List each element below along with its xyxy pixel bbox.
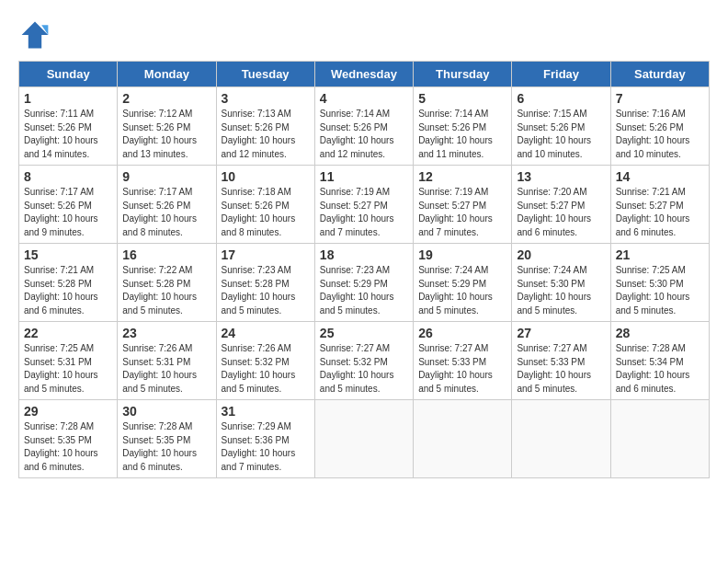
day-info: Sunrise: 7:19 AM Sunset: 5:27 PM Dayligh…	[320, 186, 408, 239]
day-number: 26	[418, 326, 506, 340]
calendar-cell	[512, 400, 610, 478]
day-info: Sunrise: 7:24 AM Sunset: 5:29 PM Dayligh…	[418, 264, 506, 317]
day-info: Sunrise: 7:18 AM Sunset: 5:26 PM Dayligh…	[222, 186, 310, 239]
day-number: 16	[122, 247, 210, 262]
column-header-friday: Friday	[512, 62, 610, 87]
day-number: 11	[320, 169, 408, 184]
column-header-thursday: Thursday	[414, 62, 512, 87]
calendar-cell: 20 Sunrise: 7:24 AM Sunset: 5:30 PM Dayl…	[512, 244, 610, 322]
day-number: 12	[418, 169, 506, 184]
day-number: 21	[616, 247, 704, 262]
calendar-table: SundayMondayTuesdayWednesdayThursdayFrid…	[18, 61, 710, 478]
calendar-cell: 2 Sunrise: 7:12 AM Sunset: 5:26 PM Dayli…	[118, 87, 216, 166]
day-number: 27	[517, 326, 605, 340]
calendar-cell: 25 Sunrise: 7:27 AM Sunset: 5:32 PM Dayl…	[314, 322, 413, 400]
column-header-saturday: Saturday	[610, 62, 709, 87]
calendar-cell: 11 Sunrise: 7:19 AM Sunset: 5:27 PM Dayl…	[314, 166, 413, 244]
day-info: Sunrise: 7:14 AM Sunset: 5:26 PM Dayligh…	[320, 108, 408, 161]
day-info: Sunrise: 7:23 AM Sunset: 5:29 PM Dayligh…	[320, 264, 408, 317]
calendar-cell: 24 Sunrise: 7:26 AM Sunset: 5:32 PM Dayl…	[216, 322, 314, 400]
calendar-cell: 9 Sunrise: 7:17 AM Sunset: 5:26 PM Dayli…	[118, 166, 216, 244]
day-number: 14	[616, 169, 704, 184]
day-info: Sunrise: 7:28 AM Sunset: 5:35 PM Dayligh…	[122, 420, 210, 474]
day-number: 18	[320, 247, 408, 262]
calendar-cell: 7 Sunrise: 7:16 AM Sunset: 5:26 PM Dayli…	[610, 87, 709, 166]
day-number: 10	[222, 169, 310, 184]
calendar-cell: 17 Sunrise: 7:23 AM Sunset: 5:28 PM Dayl…	[216, 244, 314, 322]
day-info: Sunrise: 7:29 AM Sunset: 5:36 PM Dayligh…	[222, 420, 310, 474]
day-number: 24	[222, 326, 310, 340]
calendar-cell: 23 Sunrise: 7:26 AM Sunset: 5:31 PM Dayl…	[118, 322, 216, 400]
day-number: 19	[418, 247, 506, 262]
day-number: 29	[24, 404, 112, 419]
day-info: Sunrise: 7:11 AM Sunset: 5:26 PM Dayligh…	[24, 108, 112, 161]
calendar-cell: 5 Sunrise: 7:14 AM Sunset: 5:26 PM Dayli…	[414, 87, 512, 166]
day-info: Sunrise: 7:28 AM Sunset: 5:34 PM Dayligh…	[616, 342, 704, 396]
calendar-week-row: 8 Sunrise: 7:17 AM Sunset: 5:26 PM Dayli…	[19, 166, 710, 244]
column-header-wednesday: Wednesday	[314, 62, 413, 87]
day-number: 13	[517, 169, 605, 184]
day-info: Sunrise: 7:23 AM Sunset: 5:28 PM Dayligh…	[222, 264, 310, 317]
day-number: 1	[24, 91, 112, 106]
calendar-week-row: 15 Sunrise: 7:21 AM Sunset: 5:28 PM Dayl…	[19, 244, 710, 322]
column-header-tuesday: Tuesday	[216, 62, 314, 87]
calendar-cell: 31 Sunrise: 7:29 AM Sunset: 5:36 PM Dayl…	[216, 400, 314, 478]
day-number: 28	[616, 326, 704, 340]
day-info: Sunrise: 7:21 AM Sunset: 5:28 PM Dayligh…	[24, 264, 112, 317]
calendar-cell: 22 Sunrise: 7:25 AM Sunset: 5:31 PM Dayl…	[19, 322, 118, 400]
day-info: Sunrise: 7:14 AM Sunset: 5:26 PM Dayligh…	[418, 108, 506, 161]
day-number: 7	[616, 91, 704, 106]
day-number: 25	[320, 326, 408, 340]
logo-icon	[18, 18, 51, 52]
calendar-cell	[610, 400, 709, 478]
day-info: Sunrise: 7:26 AM Sunset: 5:32 PM Dayligh…	[222, 342, 310, 396]
calendar-cell: 19 Sunrise: 7:24 AM Sunset: 5:29 PM Dayl…	[414, 244, 512, 322]
calendar-week-row: 29 Sunrise: 7:28 AM Sunset: 5:35 PM Dayl…	[19, 400, 710, 478]
day-number: 31	[222, 404, 310, 419]
calendar-cell: 4 Sunrise: 7:14 AM Sunset: 5:26 PM Dayli…	[314, 87, 413, 166]
day-info: Sunrise: 7:27 AM Sunset: 5:32 PM Dayligh…	[320, 342, 408, 396]
calendar-header-row: SundayMondayTuesdayWednesdayThursdayFrid…	[19, 62, 710, 87]
day-info: Sunrise: 7:24 AM Sunset: 5:30 PM Dayligh…	[517, 264, 605, 317]
calendar-cell: 3 Sunrise: 7:13 AM Sunset: 5:26 PM Dayli…	[216, 87, 314, 166]
day-info: Sunrise: 7:25 AM Sunset: 5:30 PM Dayligh…	[616, 264, 704, 317]
calendar-cell: 13 Sunrise: 7:20 AM Sunset: 5:27 PM Dayl…	[512, 166, 610, 244]
day-info: Sunrise: 7:17 AM Sunset: 5:26 PM Dayligh…	[122, 186, 210, 239]
day-number: 20	[517, 247, 605, 262]
day-info: Sunrise: 7:19 AM Sunset: 5:27 PM Dayligh…	[418, 186, 506, 239]
calendar-cell: 12 Sunrise: 7:19 AM Sunset: 5:27 PM Dayl…	[414, 166, 512, 244]
calendar-week-row: 1 Sunrise: 7:11 AM Sunset: 5:26 PM Dayli…	[19, 87, 710, 166]
calendar-cell: 27 Sunrise: 7:27 AM Sunset: 5:33 PM Dayl…	[512, 322, 610, 400]
day-number: 17	[222, 247, 310, 262]
day-number: 30	[122, 404, 210, 419]
day-info: Sunrise: 7:15 AM Sunset: 5:26 PM Dayligh…	[517, 108, 605, 161]
day-number: 4	[320, 91, 408, 106]
day-info: Sunrise: 7:25 AM Sunset: 5:31 PM Dayligh…	[24, 342, 112, 396]
calendar-cell: 6 Sunrise: 7:15 AM Sunset: 5:26 PM Dayli…	[512, 87, 610, 166]
day-info: Sunrise: 7:22 AM Sunset: 5:28 PM Dayligh…	[122, 264, 210, 317]
day-info: Sunrise: 7:17 AM Sunset: 5:26 PM Dayligh…	[24, 186, 112, 239]
calendar-week-row: 22 Sunrise: 7:25 AM Sunset: 5:31 PM Dayl…	[19, 322, 710, 400]
day-number: 5	[418, 91, 506, 106]
calendar-cell	[314, 400, 413, 478]
calendar-cell: 1 Sunrise: 7:11 AM Sunset: 5:26 PM Dayli…	[19, 87, 118, 166]
column-header-sunday: Sunday	[19, 62, 118, 87]
day-info: Sunrise: 7:21 AM Sunset: 5:27 PM Dayligh…	[616, 186, 704, 239]
calendar-cell: 28 Sunrise: 7:28 AM Sunset: 5:34 PM Dayl…	[610, 322, 709, 400]
day-number: 9	[122, 169, 210, 184]
day-info: Sunrise: 7:20 AM Sunset: 5:27 PM Dayligh…	[517, 186, 605, 239]
calendar-cell: 8 Sunrise: 7:17 AM Sunset: 5:26 PM Dayli…	[19, 166, 118, 244]
day-number: 2	[122, 91, 210, 106]
calendar-cell: 30 Sunrise: 7:28 AM Sunset: 5:35 PM Dayl…	[118, 400, 216, 478]
page-header	[18, 18, 710, 52]
day-number: 15	[24, 247, 112, 262]
calendar-cell: 26 Sunrise: 7:27 AM Sunset: 5:33 PM Dayl…	[414, 322, 512, 400]
day-number: 3	[222, 91, 310, 106]
day-number: 6	[517, 91, 605, 106]
logo	[18, 18, 55, 52]
day-number: 23	[122, 326, 210, 340]
day-info: Sunrise: 7:13 AM Sunset: 5:26 PM Dayligh…	[222, 108, 310, 161]
calendar-cell: 29 Sunrise: 7:28 AM Sunset: 5:35 PM Dayl…	[19, 400, 118, 478]
day-info: Sunrise: 7:26 AM Sunset: 5:31 PM Dayligh…	[122, 342, 210, 396]
calendar-cell: 10 Sunrise: 7:18 AM Sunset: 5:26 PM Dayl…	[216, 166, 314, 244]
